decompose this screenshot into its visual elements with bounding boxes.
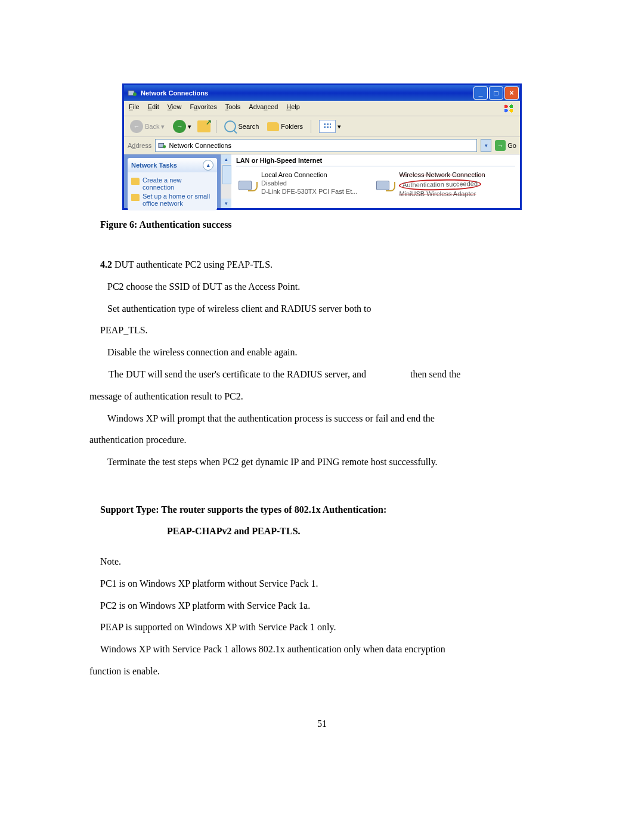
body-line: authentication procedure. bbox=[89, 429, 555, 451]
svg-point-1 bbox=[133, 92, 137, 96]
window-title: Network Connections bbox=[141, 89, 473, 97]
scrollbar[interactable]: ▴ ▾ bbox=[221, 154, 231, 208]
body-line: Terminate the test steps when PC2 get dy… bbox=[89, 451, 555, 473]
support-line-1: Support Type: The router supports the ty… bbox=[89, 504, 555, 515]
connection-name: Local Area Connection bbox=[261, 171, 357, 179]
connection-status-circled: Authentication succeeded bbox=[399, 179, 481, 191]
network-tasks-header[interactable]: Network Tasks ▴ bbox=[128, 158, 217, 172]
toolbar-separator bbox=[311, 120, 311, 133]
document-page: Network Connections _ □ × File Edit View… bbox=[0, 0, 644, 765]
windows-flag-icon bbox=[502, 103, 515, 114]
connection-item-lan[interactable]: Local Area Connection Disabled D-Link DF… bbox=[236, 171, 357, 198]
go-arrow-icon: → bbox=[495, 140, 506, 151]
main-panel: LAN or High-Speed Internet Local Area Co… bbox=[231, 154, 520, 208]
connection-device: D-Link DFE-530TX PCI Fast Et... bbox=[261, 188, 357, 196]
chevron-down-icon: ▾ bbox=[338, 123, 341, 131]
scroll-up-button[interactable]: ▴ bbox=[221, 154, 231, 164]
titlebar: Network Connections _ □ × bbox=[124, 85, 520, 101]
back-button[interactable]: ← Back ▾ bbox=[128, 119, 167, 134]
network-tasks-title: Network Tasks bbox=[131, 162, 177, 169]
group-header: LAN or High-Speed Internet bbox=[236, 157, 515, 166]
address-label: Address bbox=[128, 142, 151, 149]
svg-point-3 bbox=[163, 145, 166, 148]
folders-button[interactable]: Folders bbox=[265, 121, 305, 132]
note-line: PEAP is supported on Windows XP with Ser… bbox=[89, 617, 555, 639]
connection-name: Wireless Network Connection bbox=[399, 171, 485, 179]
section-number: 4.2 bbox=[100, 259, 112, 270]
note-line: PC2 is on Windows XP platform with Servi… bbox=[89, 595, 555, 617]
note-line: PC1 is on Windows XP platform without Se… bbox=[89, 573, 555, 595]
body-line: Disable the wireless connection and enab… bbox=[89, 342, 555, 364]
link-text: Set up a home or small office network bbox=[143, 193, 213, 207]
menu-view[interactable]: View bbox=[168, 103, 182, 114]
support-line-2: PEAP-CHAPv2 and PEAP-TLS. bbox=[89, 526, 555, 537]
lan-connection-icon bbox=[236, 171, 258, 190]
folder-icon bbox=[267, 122, 279, 131]
up-folder-button[interactable] bbox=[197, 120, 210, 132]
back-label: Back bbox=[145, 123, 159, 130]
support-block: Support Type: The router supports the ty… bbox=[89, 504, 555, 537]
scroll-thumb[interactable] bbox=[222, 165, 231, 184]
screenshot-window: Network Connections _ □ × File Edit View… bbox=[122, 83, 522, 210]
menu-tools[interactable]: Tools bbox=[225, 103, 241, 114]
body-line: message of authentication result to PC2. bbox=[89, 386, 555, 408]
side-panel: Network Tasks ▴ Create a new connection … bbox=[124, 154, 221, 208]
note-line: Note. bbox=[89, 551, 555, 573]
search-label: Search bbox=[238, 123, 259, 130]
body-text: 4.2 DUT authenticate PC2 using PEAP-TLS.… bbox=[89, 254, 555, 473]
menu-file[interactable]: File bbox=[129, 103, 140, 114]
chevron-down-icon: ▾ bbox=[188, 123, 191, 131]
body-line: The DUT will send the user's certificate… bbox=[89, 364, 555, 386]
search-button[interactable]: Search bbox=[222, 119, 261, 134]
menu-edit[interactable]: Edit bbox=[148, 103, 159, 114]
close-button[interactable]: × bbox=[504, 86, 519, 100]
go-label: Go bbox=[507, 142, 516, 149]
search-icon bbox=[224, 120, 236, 132]
views-icon bbox=[319, 120, 336, 133]
forward-arrow-icon: → bbox=[173, 120, 186, 133]
menu-help[interactable]: Help bbox=[286, 103, 300, 114]
address-bar: Address Network Connections ▾ → Go bbox=[124, 137, 520, 154]
figure-caption: Figure 6: Authentication success bbox=[100, 219, 555, 230]
side-link-create-connection[interactable]: Create a new connection bbox=[131, 176, 213, 191]
connection-device: MiniUSB Wireless Adapter bbox=[399, 190, 485, 199]
back-arrow-icon: ← bbox=[130, 120, 143, 133]
maximize-button[interactable]: □ bbox=[489, 86, 503, 100]
folders-label: Folders bbox=[281, 123, 303, 130]
wireless-connection-icon bbox=[374, 171, 395, 190]
go-button[interactable]: → Go bbox=[495, 140, 516, 151]
collapse-chevron-icon: ▴ bbox=[203, 160, 213, 171]
note-line: Windows XP with Service Pack 1 allows 80… bbox=[89, 639, 555, 661]
menu-favorites[interactable]: Favorites bbox=[190, 103, 216, 114]
menu-advanced[interactable]: Advanced bbox=[249, 103, 278, 114]
note-line: function is enable. bbox=[89, 661, 555, 683]
connection-status: Disabled bbox=[261, 179, 357, 188]
forward-button[interactable]: → ▾ bbox=[171, 119, 194, 134]
link-icon bbox=[131, 178, 140, 185]
content-area: Network Tasks ▴ Create a new connection … bbox=[124, 154, 520, 208]
link-icon bbox=[131, 194, 140, 201]
views-button[interactable]: ▾ bbox=[317, 119, 343, 134]
address-dropdown[interactable]: ▾ bbox=[481, 139, 491, 152]
window-app-icon bbox=[128, 88, 137, 98]
address-icon bbox=[158, 141, 166, 150]
body-line: PC2 choose the SSID of DUT as the Access… bbox=[89, 276, 555, 298]
toolbar-separator bbox=[216, 120, 216, 133]
side-link-setup-network[interactable]: Set up a home or small office network bbox=[131, 193, 213, 207]
body-line: Windows XP will prompt that the authenti… bbox=[89, 408, 555, 430]
page-number: 51 bbox=[89, 719, 555, 729]
network-tasks-box: Network Tasks ▴ Create a new connection … bbox=[128, 158, 217, 210]
toolbar: ← Back ▾ → ▾ Search Folders ▾ bbox=[124, 116, 520, 137]
connection-item-wireless[interactable]: Wireless Network Connection Authenticati… bbox=[374, 171, 485, 198]
address-value: Network Connections bbox=[169, 142, 231, 149]
chevron-down-icon: ▾ bbox=[161, 123, 165, 131]
link-text: Create a new connection bbox=[143, 176, 213, 191]
section-line: DUT authenticate PC2 using PEAP-TLS. bbox=[112, 259, 273, 270]
scroll-down-button[interactable]: ▾ bbox=[221, 199, 231, 208]
body-line: Set authentication type of wireless clie… bbox=[89, 298, 555, 320]
body-line: PEAP_TLS. bbox=[89, 320, 555, 342]
notes-block: Note. PC1 is on Windows XP platform with… bbox=[89, 551, 555, 683]
address-input[interactable]: Network Connections bbox=[155, 139, 477, 152]
minimize-button[interactable]: _ bbox=[473, 86, 488, 100]
menubar: File Edit View Favorites Tools Advanced … bbox=[124, 101, 520, 116]
